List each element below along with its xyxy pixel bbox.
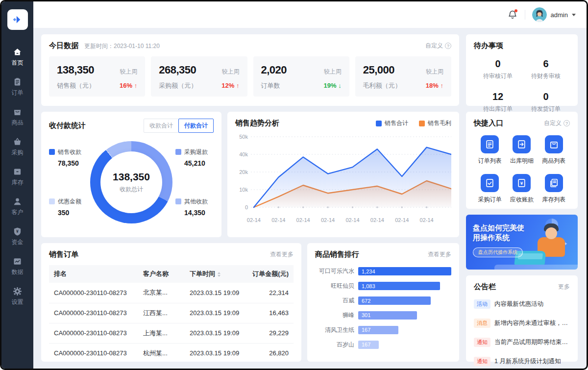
table-cell: 29,229 — [247, 323, 294, 343]
customer-icon — [13, 197, 22, 206]
ranking-row: 狮峰301 — [315, 311, 451, 320]
todo-item[interactable]: 6待财务审核 — [522, 58, 570, 80]
sort-icon[interactable] — [218, 272, 220, 277]
x-tick-label: 02-14 — [296, 217, 310, 223]
y-tick-label: 10k — [239, 187, 248, 193]
ranking-bar: 301 — [358, 311, 417, 320]
user-menu[interactable]: admin — [532, 7, 576, 22]
sidebar-item-customers[interactable]: 客户 — [1, 197, 33, 217]
table-cell: 2023.03.15 19:09 — [185, 323, 247, 343]
todo-item[interactable]: 12待出库订单 — [474, 91, 522, 113]
quick-entry-item[interactable]: 库存列表 — [538, 174, 570, 204]
notice-item[interactable]: 通知1 月新系统升级计划通知 — [474, 352, 570, 369]
notice-text: 当前产品试用期即将结束，如... — [494, 338, 570, 346]
banner-illustration — [545, 227, 557, 239]
todo-value: 0 — [474, 58, 522, 70]
svg-text:¥: ¥ — [16, 229, 19, 234]
notification-bell-icon[interactable] — [507, 9, 518, 20]
donut-legend-right: 采购退款45,210其他收款14,350 — [175, 141, 214, 223]
sidebar-item-inventory[interactable]: 库存 — [1, 167, 33, 187]
table-cell: CA000000-230110-08273 — [49, 323, 138, 343]
ranking-label: 百威 — [315, 296, 354, 305]
trend-legend: 销售合计销售毛利 — [376, 119, 451, 127]
stat-card: 25,000较上周毛利额（元）18% ↑ — [355, 56, 451, 97]
trend-plot: 02-1402-1402-1402-1402-1402-1402-1402-14 — [251, 133, 451, 230]
sidebar-item-products[interactable]: 商品 — [1, 107, 33, 127]
promo-banner[interactable]: 盘点如何完美使 用操作系统 盘点历代操作系统 ✦ + — [466, 215, 578, 270]
inventory-list-icon — [545, 174, 563, 192]
quick-entry-item[interactable]: ¥应收账款 — [506, 174, 538, 204]
legend-swatch — [419, 121, 425, 126]
app-logo[interactable] — [7, 9, 28, 30]
settings-icon — [13, 287, 22, 296]
sidebar-item-orders[interactable]: 订单 — [1, 77, 33, 97]
x-tick-label: 02-14 — [420, 217, 434, 223]
purchase-order-icon — [481, 174, 499, 192]
legend-swatch — [49, 198, 55, 204]
username: admin — [551, 11, 568, 19]
table-cell: CA000000-230110-08273 — [49, 303, 138, 323]
stat-value: 25,000 — [363, 64, 394, 76]
stat-label: 销售额（元） — [57, 81, 95, 90]
legend-swatch — [175, 149, 181, 155]
table-row: CA000000-230110-08273江西某...2023.03.15 19… — [49, 303, 294, 323]
orders-table-header: 排名客户名称下单时间订单金额(元) — [49, 265, 294, 283]
stat-row: 138,350较上周销售额（元）16% ↑268,350较上周采购额（元）12%… — [49, 56, 451, 97]
stat-compare-label: 较上周 — [222, 68, 240, 76]
stat-label: 毛利额（元） — [363, 81, 401, 90]
stat-value: 268,350 — [159, 64, 196, 76]
orders-more-link[interactable]: 查看更多 — [270, 250, 294, 259]
table-row: CA000000-230110-08273上海某...2023.03.15 19… — [49, 323, 294, 343]
todo-item[interactable]: 0待审核订单 — [474, 58, 522, 80]
todo-item[interactable]: 0待发货订单 — [522, 91, 570, 113]
orders-column-header[interactable]: 下单时间 — [185, 265, 247, 283]
sidebar-item-home[interactable]: 首页 — [1, 48, 33, 67]
update-time: 更新时间：2023-01-10 11:20 — [84, 42, 160, 50]
quick-customize-link[interactable]: 自定义 ? — [544, 119, 570, 127]
notice-item[interactable]: 通知当前产品试用期即将结束，如... — [474, 333, 570, 352]
quick-entry-label: 商品列表 — [542, 157, 565, 165]
quick-entry-item[interactable]: 商品列表 — [538, 135, 570, 165]
help-icon[interactable]: ? — [445, 43, 451, 49]
sidebar-item-label: 客户 — [12, 208, 24, 217]
quick-entry-item[interactable]: 出库明细 — [506, 135, 538, 165]
legend-label: 采购退款 — [184, 148, 208, 156]
sidebar-item-settings[interactable]: 设置 — [1, 287, 33, 306]
donut-legend-left: 销售收款78,350优惠金额350 — [49, 141, 87, 223]
product-list-icon — [545, 135, 563, 153]
customize-link[interactable]: 自定义 ? — [425, 42, 451, 50]
payments-tab-receipts[interactable]: 收款合计 — [144, 119, 179, 133]
quick-entry-item[interactable]: 订单列表 — [474, 135, 506, 165]
ranking-label: 狮峰 — [315, 311, 354, 320]
notice-item[interactable]: 消息新增内容尚未通过审核，详情... — [474, 314, 570, 333]
sidebar-item-purchase[interactable]: 采购 — [1, 137, 33, 157]
notices-more-link[interactable]: 更多 — [558, 283, 570, 291]
notice-item[interactable]: 活动内容最新优惠活动 — [474, 295, 570, 314]
legend-value: 350 — [58, 209, 87, 217]
dashboard-content: 今日数据 更新时间：2023-01-10 11:20 自定义 ? 138,350… — [33, 28, 587, 369]
left-column: 今日数据 更新时间：2023-01-10 11:20 自定义 ? 138,350… — [41, 34, 459, 362]
banner-illustration — [494, 265, 578, 270]
legend-swatch — [376, 121, 382, 126]
quick-entry-item[interactable]: 采购订单 — [474, 174, 506, 204]
ranking-value: 167 — [358, 327, 370, 333]
table-cell: 2023.03.15 19:09 — [185, 303, 247, 323]
orders-title: 销售订单 — [49, 250, 78, 259]
sidebar-nav: 首页订单商品采购库存客户¥资金数据设置 — [1, 48, 33, 306]
sidebar-item-label: 设置 — [12, 298, 24, 306]
payments-tab-payments[interactable]: 付款合计 — [178, 119, 214, 133]
sidebar-item-data[interactable]: 数据 — [1, 257, 33, 276]
quick-entry-label: 库存列表 — [542, 196, 565, 204]
ranking-label: 清风卫生纸 — [315, 326, 354, 334]
purchase-icon — [13, 137, 22, 147]
order-icon — [13, 77, 22, 87]
data-icon — [13, 257, 22, 266]
avatar — [532, 7, 547, 22]
ranking-more-link[interactable]: 查看更多 — [428, 250, 451, 259]
sidebar-item-funds[interactable]: ¥资金 — [1, 227, 33, 247]
stat-card: 2,020较上周订单数19% ↓ — [253, 56, 349, 97]
ranking-value: 301 — [358, 312, 370, 318]
orders-table: 排名客户名称下单时间订单金额(元) CA000000-230110-08273北… — [49, 265, 294, 364]
notice-text: 内容最新优惠活动 — [494, 300, 543, 308]
help-icon[interactable]: ? — [564, 120, 570, 126]
